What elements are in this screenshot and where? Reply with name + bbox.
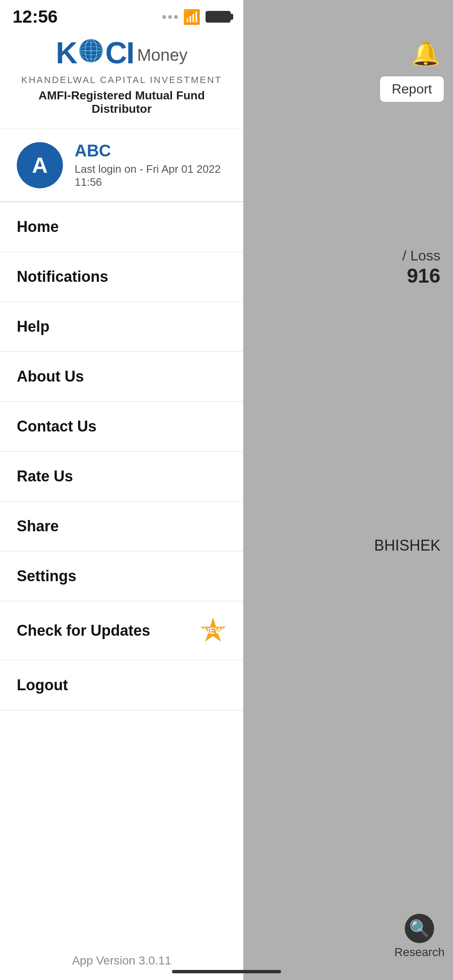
menu-item-settings[interactable]: Settings — [0, 551, 243, 601]
avatar: A — [17, 142, 63, 188]
menu-item-share[interactable]: Share — [0, 502, 243, 551]
research-nav-item[interactable]: 🔍 Research — [394, 914, 445, 959]
menu-item-label-1: Notifications — [17, 268, 108, 286]
money-text: Money — [137, 46, 187, 68]
user-last-login: Last login on - Fri Apr 01 2022 11:56 — [75, 163, 226, 189]
globe-icon — [78, 38, 104, 63]
menu-item-label-9: Logout — [17, 676, 68, 694]
menu-list: HomeNotificationsHelpAbout UsContact UsR… — [0, 202, 243, 941]
status-time: 12:56 — [13, 7, 57, 27]
user-name: ABC — [75, 141, 226, 160]
signal-dots-icon — [162, 15, 178, 19]
menu-item-label-2: Help — [17, 318, 49, 335]
menu-item-label-6: Share — [17, 517, 59, 535]
menu-item-about-us[interactable]: About Us — [0, 352, 243, 402]
ci-text: CI — [105, 38, 134, 68]
side-drawer: 12:56 📶 K CI M — [0, 0, 243, 980]
kci-subtitle: KHANDELWAL CAPITAL INVESTMENT — [17, 75, 226, 86]
research-label: Research — [394, 946, 445, 959]
menu-item-label-5: Rate Us — [17, 468, 73, 485]
battery-icon — [206, 11, 231, 23]
menu-item-rate-us[interactable]: Rate Us — [0, 452, 243, 502]
menu-item-logout[interactable]: Logout — [0, 660, 243, 710]
bhishek-text: BHISHEK — [374, 537, 440, 554]
status-icons: 📶 — [162, 8, 231, 25]
menu-item-contact-us[interactable]: Contact Us — [0, 402, 243, 452]
menu-item-check-for-updates[interactable]: Check for UpdatesNEW — [0, 601, 243, 660]
menu-item-label-0: Home — [17, 218, 59, 236]
wifi-icon: 📶 — [183, 8, 200, 25]
home-indicator — [172, 970, 281, 973]
menu-item-label-7: Settings — [17, 567, 76, 585]
menu-item-label-4: Contact Us — [17, 418, 96, 435]
menu-item-label-8: Check for Updates — [17, 622, 150, 639]
report-button[interactable]: Report — [379, 75, 445, 103]
menu-item-home[interactable]: Home — [0, 202, 243, 252]
app-version: App Version 3.0.11 — [0, 941, 243, 980]
research-icon: 🔍 — [405, 914, 434, 943]
menu-item-notifications[interactable]: Notifications — [0, 252, 243, 302]
loss-value: 916 — [407, 264, 440, 287]
status-bar: 12:56 📶 — [0, 0, 243, 34]
notification-bell-icon[interactable]: 🔔 — [411, 40, 440, 68]
logo-area: K CI Money — [17, 38, 226, 68]
kci-logo: K CI Money — [56, 38, 187, 68]
user-profile: A ABC Last login on - Fri Apr 01 2022 11… — [0, 129, 243, 202]
menu-item-help[interactable]: Help — [0, 302, 243, 352]
menu-item-label-3: About Us — [17, 368, 84, 385]
amfi-text: AMFI-Registered Mutual Fund Distributor — [17, 89, 226, 116]
loss-label: / Loss — [402, 247, 440, 264]
background-main-content — [239, 0, 453, 980]
user-info: ABC Last login on - Fri Apr 01 2022 11:5… — [75, 141, 226, 189]
new-badge: NEW — [200, 617, 226, 644]
kci-text: K — [56, 38, 77, 68]
